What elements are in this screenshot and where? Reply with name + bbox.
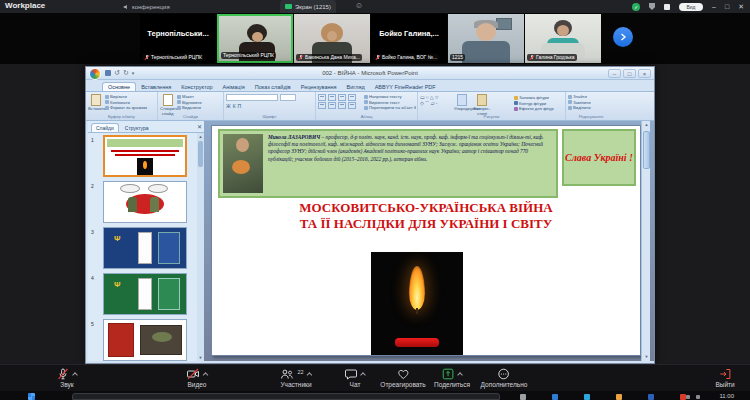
select-button[interactable]: Виділити: [568, 105, 614, 111]
scroll-up-icon[interactable]: ▲: [197, 133, 204, 140]
participants-options-caret[interactable]: [307, 372, 313, 378]
slide-thumbnail-2[interactable]: [103, 181, 187, 223]
window-minimize-button[interactable]: –: [712, 0, 716, 13]
shape-effects-icon: [514, 107, 518, 111]
window-close-button[interactable]: ✕: [738, 0, 744, 13]
tray-icon[interactable]: [686, 395, 690, 399]
ppt-minimize-button[interactable]: –: [608, 69, 621, 78]
arrange-button[interactable]: Упорядкувати: [454, 94, 469, 111]
chat-options-caret[interactable]: [360, 372, 366, 378]
align-right-button[interactable]: [338, 102, 346, 109]
slide-thumbnail-3[interactable]: Ψ: [103, 227, 187, 269]
person-face: [252, 32, 263, 42]
slide-thumbnail-1-selected[interactable]: [103, 135, 187, 177]
taskbar-search-input[interactable]: [72, 393, 500, 400]
slide-thumbnail-5[interactable]: [103, 319, 187, 361]
react-button[interactable]: Отреагировать: [380, 368, 425, 388]
font-format-buttons[interactable]: ЖКП: [226, 103, 313, 109]
audio-options-caret[interactable]: [72, 372, 78, 378]
save-icon[interactable]: [105, 70, 111, 76]
share-options-caret[interactable]: [457, 372, 463, 378]
mic-muted-icon: [57, 368, 69, 380]
scrollbar-thumb[interactable]: [198, 141, 203, 167]
task-view-icon[interactable]: [520, 394, 526, 400]
pane-close-icon[interactable]: ✕: [197, 123, 202, 130]
video-tile-camera-off[interactable]: Тернопільськи... Тернопільський РЦПК: [140, 14, 216, 63]
video-tile-camera-off[interactable]: Бойко Галина,... Бойко Галина, ВОГ №...: [371, 14, 447, 63]
font-name-box[interactable]: [226, 94, 278, 101]
ribbon-tab-abbyy[interactable]: ABBYY FineReader PDF: [370, 83, 441, 91]
slide-editing-area: Микола ЛАЗАРОВИЧ – професор, д-р політ. …: [204, 121, 654, 361]
shapes-gallery[interactable]: ▭○△☆◇⌒▱◦: [420, 94, 454, 106]
video-tile[interactable]: 1215: [448, 14, 524, 63]
office-button[interactable]: [89, 68, 101, 80]
quick-styles-button[interactable]: Експрес-стилі: [471, 94, 493, 116]
slide-title[interactable]: МОСКОВИТСЬКО-УКРАЇНСЬКА ВІЙНА ТА ЇЇ НАСЛ…: [212, 200, 640, 232]
next-participants-button[interactable]: [613, 27, 633, 47]
video-options-caret[interactable]: [203, 372, 209, 378]
pane-tab-slides[interactable]: Слайди: [91, 123, 119, 132]
author-bio-box[interactable]: Микола ЛАЗАРОВИЧ – професор, д-р політ. …: [218, 129, 558, 198]
window-maximize-button[interactable]: □: [725, 0, 729, 13]
slide-scrollbar[interactable]: ▲ ▼: [641, 121, 650, 361]
start-button[interactable]: [28, 393, 35, 400]
tab-screen-share[interactable]: Экран (1215): [280, 0, 336, 13]
audio-button[interactable]: Звук: [57, 368, 77, 388]
paste-button[interactable]: Вставити: [88, 94, 103, 111]
ribbon-tab-insert[interactable]: Вставлення: [136, 83, 176, 91]
slava-ukraini-box[interactable]: Слава Україні !: [562, 129, 636, 186]
mic-muted-icon: [298, 55, 303, 61]
browser-icon[interactable]: [584, 394, 590, 400]
undo-icon[interactable]: ↺: [114, 69, 120, 77]
scrollbar-thumb[interactable]: [643, 131, 650, 169]
participants-button[interactable]: 22 Участники: [280, 368, 311, 388]
leave-button[interactable]: Выйти: [715, 368, 734, 388]
ribbon-tab-home[interactable]: Основне: [102, 82, 136, 91]
reactions-smiley-icon[interactable]: ☺: [355, 1, 363, 10]
video-tile-active-speaker[interactable]: Тернопільський РЦПК: [217, 14, 293, 63]
share-screen-button[interactable]: Поделиться: [434, 368, 470, 388]
bullets-button[interactable]: [318, 94, 326, 101]
security-shield-icon[interactable]: [649, 3, 655, 10]
redo-icon[interactable]: ↻: [123, 69, 129, 77]
chat-button[interactable]: Чат: [345, 368, 365, 388]
ppt-close-button[interactable]: ×: [638, 69, 651, 78]
font-size-box[interactable]: [280, 94, 296, 101]
video-button[interactable]: Видео: [187, 368, 208, 388]
edge-icon[interactable]: [552, 394, 558, 400]
fullscreen-icon[interactable]: [664, 4, 670, 10]
pane-tab-outline[interactable]: Структура: [121, 124, 153, 132]
teams-icon[interactable]: [648, 394, 654, 400]
ribbon-tab-slideshow[interactable]: Показ слайдів: [250, 83, 296, 91]
align-left-button[interactable]: [318, 102, 326, 109]
tab-conference[interactable]: конференция: [118, 0, 175, 13]
view-button[interactable]: Вид: [679, 3, 703, 11]
video-tile[interactable]: Бакинська Дана Миха...: [294, 14, 370, 63]
scroll-down-icon[interactable]: ▼: [642, 353, 651, 361]
pane-scrollbar[interactable]: ▲ ▼: [197, 133, 204, 361]
more-button[interactable]: Дополнительно: [481, 368, 528, 388]
spacing-button[interactable]: [348, 94, 356, 101]
indent-button[interactable]: [338, 94, 346, 101]
ribbon-tab-review[interactable]: Рецензування: [296, 83, 342, 91]
format-painter-button[interactable]: Формат за зразком: [105, 105, 155, 111]
tray-icon[interactable]: [696, 395, 700, 399]
ribbon-tab-design[interactable]: Конструктор: [176, 83, 217, 91]
scroll-down-icon[interactable]: ▼: [197, 354, 204, 361]
justify-button[interactable]: [348, 102, 356, 109]
new-slide-button[interactable]: Створити слайд: [160, 94, 175, 116]
slide-thumbnail-4[interactable]: Ψ: [103, 273, 187, 315]
ribbon-tab-view[interactable]: Вигляд: [342, 83, 370, 91]
numbering-button[interactable]: [328, 94, 336, 101]
shape-effects-button[interactable]: Ефекти для фігур: [514, 106, 566, 112]
quick-access-toolbar[interactable]: ↺↻▾: [105, 69, 134, 77]
delete-button[interactable]: Видалити: [177, 105, 221, 111]
explorer-icon[interactable]: [616, 394, 622, 400]
ribbon-tab-animation[interactable]: Анімація: [218, 83, 250, 91]
scroll-up-icon[interactable]: ▲: [642, 121, 651, 129]
smartart-button[interactable]: Перетворити на об'єкт SmartArt: [364, 105, 416, 111]
align-center-button[interactable]: [328, 102, 336, 109]
ppt-maximize-button[interactable]: □: [623, 69, 636, 78]
qat-dropdown-icon[interactable]: ▾: [132, 70, 135, 76]
video-tile[interactable]: Галина Гродзька: [525, 14, 601, 63]
